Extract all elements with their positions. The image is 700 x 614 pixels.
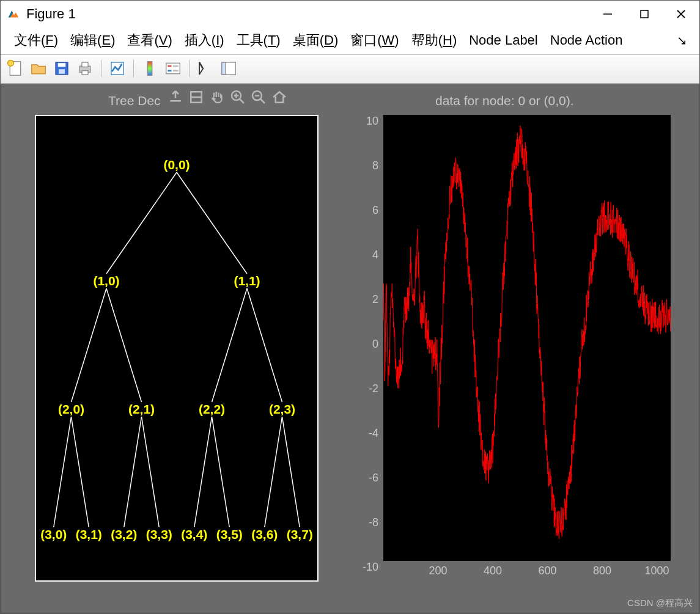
zoom-in-icon[interactable]	[229, 88, 247, 106]
home-icon[interactable]	[270, 88, 289, 106]
svg-rect-11	[82, 71, 88, 75]
figure-area: Tree Dec (0,0)(1,0)(1,1)(2,0)(2,1)(2,2)(…	[1, 84, 699, 613]
tree-node[interactable]: (3,6)	[251, 527, 278, 542]
property-editor-button[interactable]	[219, 59, 238, 78]
tree-node[interactable]: (0,0)	[163, 158, 190, 172]
tree-node[interactable]: (3,4)	[181, 527, 207, 542]
svg-line-33	[106, 288, 142, 402]
print-button[interactable]	[75, 59, 95, 78]
tree-node[interactable]: (1,0)	[93, 274, 119, 288]
svg-rect-16	[168, 70, 171, 72]
svg-line-40	[194, 417, 212, 527]
maximize-button[interactable]	[626, 1, 663, 27]
tree-node[interactable]: (3,0)	[40, 527, 67, 542]
toolbar-separator	[133, 60, 134, 77]
left-plot-title: Tree Dec	[108, 93, 161, 108]
toolbar-separator	[189, 60, 190, 77]
x-tick-label: 800	[593, 565, 611, 577]
figure-window: Figure 1 文件(F) 编辑(E) 查看(V) 插入(I) 工具(T) 桌…	[0, 0, 700, 614]
toolbar-separator	[101, 60, 101, 77]
tree-node[interactable]: (3,5)	[216, 527, 243, 542]
svg-rect-20	[222, 62, 226, 75]
svg-rect-17	[173, 65, 179, 67]
axes-toolbar	[166, 88, 289, 106]
save-button[interactable]	[52, 59, 72, 78]
x-tick-label: 1000	[645, 565, 669, 577]
svg-rect-8	[59, 69, 65, 74]
x-tick-label: 400	[484, 565, 502, 577]
svg-line-37	[72, 417, 89, 527]
tree-edges	[36, 116, 317, 580]
svg-line-43	[282, 417, 300, 527]
window-title: Figure 1	[26, 6, 76, 22]
svg-line-39	[142, 417, 160, 527]
tree-axes[interactable]: (0,0)(1,0)(1,1)(2,0)(2,1)(2,2)(2,3)(3,0)…	[35, 115, 319, 582]
link-axes-button[interactable]	[108, 59, 127, 78]
menu-view[interactable]: 查看(V)	[121, 30, 178, 51]
svg-line-24	[240, 99, 245, 104]
svg-line-38	[124, 417, 142, 527]
svg-rect-14	[166, 63, 180, 74]
svg-rect-15	[168, 65, 171, 67]
menu-insert[interactable]: 插入(I)	[179, 30, 230, 51]
tree-node[interactable]: (3,1)	[76, 527, 102, 542]
svg-line-34	[212, 288, 248, 402]
watermark: CSDN @程高兴	[627, 598, 693, 609]
tree-node[interactable]: (3,3)	[146, 527, 172, 542]
svg-line-35	[247, 288, 282, 402]
tree-node[interactable]: (2,0)	[58, 402, 84, 417]
zoom-out-icon[interactable]	[249, 88, 268, 106]
x-tick-label: 200	[429, 565, 447, 577]
titlebar: Figure 1	[1, 1, 699, 27]
export-icon[interactable]	[166, 88, 185, 106]
svg-line-28	[260, 99, 265, 104]
tree-node[interactable]: (2,2)	[199, 402, 225, 417]
window-controls	[589, 1, 699, 27]
menu-tools[interactable]: 工具(T)	[230, 30, 287, 51]
svg-rect-1	[641, 10, 648, 18]
svg-rect-7	[58, 63, 66, 67]
menu-desktop[interactable]: 桌面(D)	[287, 30, 345, 51]
tree-node[interactable]: (1,1)	[234, 274, 260, 288]
svg-rect-13	[147, 62, 152, 76]
minimize-button[interactable]	[589, 1, 626, 27]
svg-line-30	[106, 172, 177, 274]
open-button[interactable]	[29, 59, 48, 78]
new-figure-button[interactable]	[6, 59, 25, 78]
tree-node[interactable]: (3,2)	[111, 527, 137, 542]
brush-icon[interactable]	[187, 88, 205, 106]
edit-plot-button[interactable]	[196, 59, 215, 78]
legend-button[interactable]	[163, 59, 183, 78]
toolbar-overflow-icon[interactable]: ↘	[677, 33, 693, 48]
signal-axes[interactable]	[383, 115, 671, 561]
svg-line-32	[72, 288, 107, 402]
menu-node-action[interactable]: Node Action	[544, 31, 629, 49]
menu-window[interactable]: 窗口(W)	[344, 30, 405, 51]
menubar: 文件(F) 编辑(E) 查看(V) 插入(I) 工具(T) 桌面(D) 窗口(W…	[1, 27, 699, 54]
close-button[interactable]	[663, 1, 699, 27]
toolbar	[1, 54, 699, 84]
svg-rect-10	[82, 62, 88, 67]
menu-file[interactable]: 文件(F)	[8, 30, 64, 51]
menu-node-label[interactable]: Node Label	[463, 31, 544, 49]
x-tick-label: 600	[539, 565, 557, 577]
svg-line-41	[212, 417, 230, 527]
tree-node[interactable]: (3,7)	[287, 527, 313, 542]
svg-line-31	[177, 172, 247, 274]
menu-help[interactable]: 帮助(H)	[405, 30, 463, 51]
colorbar-button[interactable]	[140, 59, 160, 78]
svg-line-42	[265, 417, 282, 527]
svg-rect-18	[173, 70, 179, 72]
svg-line-36	[54, 417, 72, 527]
right-plot-title: data for node: 0 or (0,0).	[435, 93, 573, 108]
pan-icon[interactable]	[208, 88, 226, 106]
tree-node[interactable]: (2,1)	[128, 402, 155, 417]
svg-point-5	[8, 60, 14, 66]
matlab-icon	[7, 7, 20, 21]
menu-edit[interactable]: 编辑(E)	[64, 30, 121, 51]
tree-node[interactable]: (2,3)	[269, 402, 295, 417]
signal-line	[383, 115, 671, 561]
